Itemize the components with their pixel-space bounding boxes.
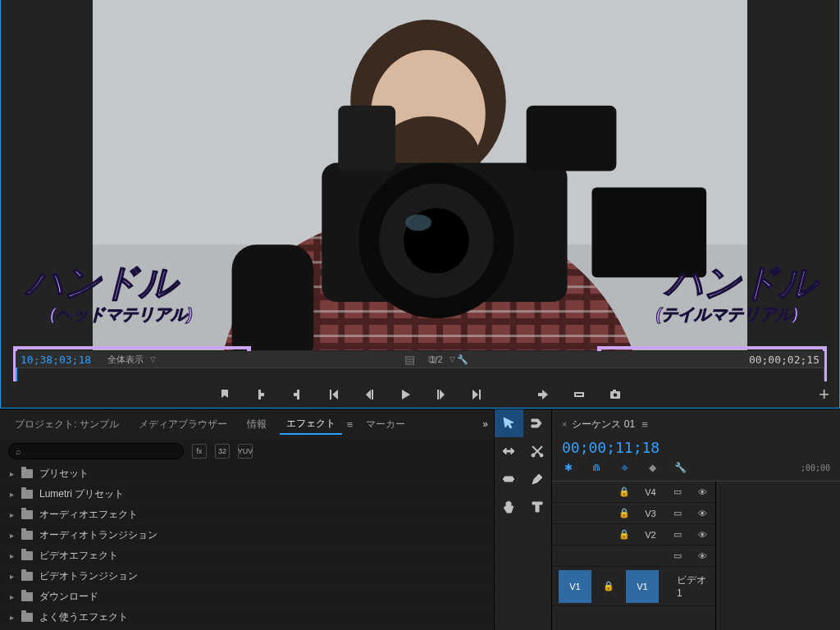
folder-icon	[21, 469, 33, 478]
panel-menu-icon[interactable]: ≡	[347, 418, 354, 431]
toggle-output-icon[interactable]: ▭	[671, 486, 684, 499]
disclosure-icon: ▸	[8, 613, 15, 622]
mark-out-button[interactable]	[288, 386, 306, 404]
eye-icon[interactable]: 👁	[696, 550, 709, 563]
track-header[interactable]: 🔒 V4 ▭ 👁	[552, 482, 715, 503]
folder-icon	[21, 613, 33, 622]
toggle-output-icon[interactable]: ▭	[671, 528, 684, 541]
panel-tab-row: プロジェクト: サンプル メディアブラウザー 情報 エフェクト ≡ マーカー »	[0, 409, 494, 439]
trim-info-bar: 10;38;03;18 全体表示▽ ▤ ⧉ 1/2▽ 🔧 00;00;02;15	[16, 351, 824, 368]
lock-icon[interactable]: 🔒	[619, 486, 630, 497]
effect-folder-label: オーディオトランジション	[39, 528, 158, 542]
wrench-icon[interactable]: 🔧	[455, 354, 470, 365]
goto-out-button[interactable]	[468, 386, 486, 404]
track-name: V4	[641, 487, 660, 497]
svg-rect-24	[576, 394, 582, 395]
chevron-down-icon: ▽	[450, 355, 455, 363]
goto-in-button[interactable]	[324, 386, 342, 404]
track-header[interactable]: 🔒 V3 ▭ 👁	[552, 503, 715, 524]
magnet-icon[interactable]: ⋒	[590, 461, 603, 474]
tab-media-browser[interactable]: メディアブラウザー	[132, 414, 234, 435]
tab-info[interactable]: 情報	[240, 414, 273, 435]
tab-project[interactable]: プロジェクト: サンプル	[8, 414, 126, 435]
track-select-tool[interactable]	[523, 409, 552, 437]
effect-folder[interactable]: ▸ プリセット	[0, 463, 494, 484]
svg-rect-27	[613, 390, 616, 392]
track-header[interactable]: ▭ 👁	[552, 546, 715, 567]
display-mode-dropdown[interactable]: 全体表示▽	[107, 354, 156, 366]
timeline-timecode[interactable]: 00;00;11;18	[562, 439, 660, 456]
effects-panel: プロジェクト: サンプル メディアブラウザー 情報 エフェクト ≡ マーカー »…	[0, 409, 495, 630]
selection-tool[interactable]	[495, 409, 523, 437]
linked-select-icon[interactable]: ⎆	[618, 461, 631, 474]
folder-icon	[21, 572, 33, 581]
close-sequence-icon[interactable]: ×	[562, 419, 567, 429]
compare-icon[interactable]: ⧉	[428, 353, 436, 367]
lock-icon[interactable]: 🔒	[603, 581, 614, 591]
eye-icon[interactable]: 👁	[696, 528, 709, 541]
32bit-filter[interactable]: 32	[215, 444, 230, 459]
step-back-button[interactable]	[360, 386, 378, 404]
type-tool[interactable]	[523, 493, 552, 521]
disclosure-icon: ▸	[8, 551, 15, 560]
tab-markers[interactable]: マーカー	[359, 414, 412, 435]
effects-tree[interactable]: ▸ プリセット▸ Lumetri プリセット▸ オーディオエフェクト▸ オーディ…	[0, 463, 494, 630]
add-button[interactable]: +	[819, 384, 829, 405]
play-button[interactable]	[396, 386, 414, 404]
track-header-selected[interactable]: V1 🔒 V1 ビデオ 1	[552, 567, 715, 606]
timeline-tools	[495, 409, 552, 630]
chevron-down-icon: ▽	[150, 355, 156, 363]
step-forward-button[interactable]	[432, 386, 450, 404]
effects-search-input[interactable]: ⌕	[8, 443, 184, 459]
record-patch[interactable]: V1	[626, 570, 659, 603]
track-label: ビデオ 1	[670, 573, 709, 599]
disclosure-icon: ▸	[8, 572, 15, 581]
snap-icon[interactable]: ✱	[562, 461, 575, 474]
marker-settings-icon[interactable]: ◆	[646, 461, 659, 474]
track-header[interactable]: 🔒 V2 ▭ 👁	[552, 524, 715, 546]
add-marker-button[interactable]	[216, 386, 234, 404]
track-name: V2	[641, 530, 660, 540]
accelerated-fx-filter[interactable]: fx	[192, 444, 207, 459]
effect-folder[interactable]: ▸ ダウンロード	[0, 587, 494, 607]
effect-folder-label: よく使うエフェクト	[39, 610, 128, 624]
panel-menu-icon[interactable]: ≡	[641, 418, 648, 431]
svg-point-29	[540, 454, 543, 457]
export-frame-button[interactable]	[606, 386, 624, 404]
wrench-icon[interactable]: 🔧	[673, 461, 687, 474]
video-preview[interactable]	[93, 0, 747, 350]
effect-folder-label: ビデオトランジション	[39, 569, 138, 583]
effect-folder[interactable]: ▸ ビデオトランジション	[0, 566, 494, 587]
toggle-output-icon[interactable]: ▭	[671, 507, 684, 520]
transport-bar: +	[1, 381, 839, 408]
effect-folder[interactable]: ▸ オーディオエフェクト	[0, 504, 494, 525]
settings-strip-icon[interactable]: ▤	[404, 353, 415, 367]
effect-folder[interactable]: ▸ オーディオトランジション	[0, 525, 494, 546]
lock-icon[interactable]: 🔒	[619, 508, 630, 518]
ripple-edit-tool[interactable]	[495, 437, 523, 465]
overwrite-button[interactable]	[570, 386, 588, 404]
toggle-output-icon[interactable]: ▭	[671, 550, 684, 563]
yuv-filter[interactable]: YUV	[238, 444, 253, 459]
mark-in-button[interactable]	[252, 386, 270, 404]
effect-folder[interactable]: ▸ ビデオエフェクト	[0, 546, 494, 566]
hand-tool[interactable]	[495, 493, 523, 521]
slip-tool[interactable]	[495, 465, 523, 493]
svg-rect-17	[232, 244, 314, 350]
effect-folder[interactable]: ▸ Lumetri プリセット	[0, 484, 494, 504]
lock-icon[interactable]: 🔒	[619, 529, 630, 540]
svg-point-16	[405, 214, 431, 231]
sequence-tab[interactable]: シーケンス 01	[572, 418, 635, 431]
effect-folder-label: オーディオエフェクト	[39, 508, 138, 522]
tab-effects[interactable]: エフェクト	[280, 413, 342, 435]
razor-tool[interactable]	[523, 437, 552, 465]
overflow-chevrons-icon[interactable]: »	[482, 418, 486, 430]
eye-icon[interactable]: 👁	[696, 507, 709, 520]
source-patch[interactable]: V1	[559, 570, 591, 603]
insert-button[interactable]	[534, 386, 552, 404]
track-canvas[interactable]	[716, 482, 840, 630]
eye-icon[interactable]: 👁	[696, 486, 709, 499]
effect-folder[interactable]: ▸ よく使うエフェクト	[0, 607, 494, 628]
pen-tool[interactable]	[523, 465, 552, 493]
folder-icon	[21, 490, 33, 499]
